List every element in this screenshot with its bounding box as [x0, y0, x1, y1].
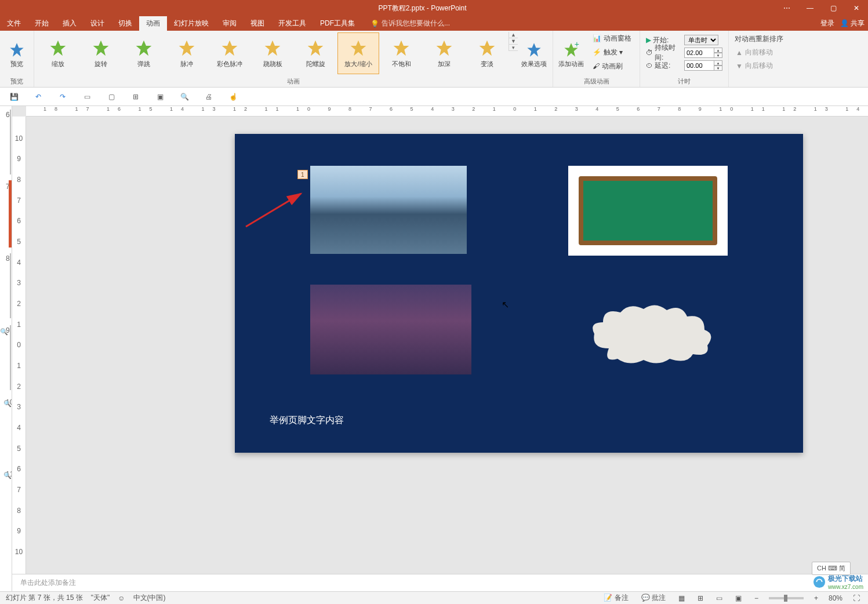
image-cityscape[interactable] — [310, 285, 471, 374]
present-icon[interactable]: ▣ — [154, 91, 166, 103]
theme-name: "天体" — [91, 593, 110, 603]
print-icon[interactable]: 🖨 — [203, 91, 215, 103]
painter-icon: 🖌 — [593, 62, 600, 70]
animation-缩放[interactable]: 缩放 — [37, 32, 79, 74]
touch-mode-icon[interactable]: ☝ — [227, 91, 239, 103]
ribbon-group-reorder: 对动画重新排序 ▲向前移动 ▼向后移动 — [729, 31, 789, 87]
tab-developer[interactable]: 开发工具 — [271, 16, 313, 31]
watermark: 极光下载站 www.xz7.com — [813, 574, 863, 590]
image-chalkboard[interactable] — [568, 166, 728, 256]
animation-陀螺旋[interactable]: 陀螺旋 — [295, 32, 336, 74]
effect-options-star-icon — [525, 41, 543, 59]
add-animation-icon: + — [562, 41, 580, 59]
animation-pane-button[interactable]: 📊动画窗格 — [590, 32, 634, 45]
layout-icon[interactable]: ⊞ — [130, 91, 141, 103]
svg-marker-6 — [265, 40, 281, 56]
reading-view-icon[interactable]: ▭ — [714, 594, 725, 602]
slideshow-view-icon[interactable]: ▣ — [733, 594, 744, 602]
svg-point-16 — [813, 576, 825, 588]
tab-review[interactable]: 审阅 — [216, 16, 244, 31]
animation-旋转[interactable]: 旋转 — [80, 32, 122, 74]
notes-toggle[interactable]: 📝 备注 — [601, 593, 630, 603]
lightbulb-icon: 💡 — [371, 20, 379, 28]
redo-icon[interactable]: ↷ — [57, 91, 68, 103]
tell-me-search[interactable]: 💡 告诉我您想要做什么... — [371, 19, 450, 28]
animation-加深[interactable]: 加深 — [423, 32, 465, 74]
zoom-icon[interactable]: 🔍 — [179, 91, 190, 103]
fit-window-icon[interactable]: ⛶ — [851, 594, 862, 602]
tab-pdf[interactable]: PDF工具集 — [313, 16, 362, 31]
duration-up[interactable]: ▲ — [714, 48, 722, 53]
ribbon-options-icon[interactable]: ⋯ — [775, 0, 798, 16]
login-link[interactable]: 登录 — [820, 19, 834, 28]
undo-icon[interactable]: ↶ — [32, 91, 44, 103]
animation-painter-button[interactable]: 🖌动画刷 — [590, 60, 634, 72]
animation-脉冲[interactable]: 脉冲 — [166, 32, 208, 74]
save-icon[interactable]: 💾 — [8, 91, 20, 103]
delay-icon: ⏲ — [646, 61, 653, 70]
gallery-up-icon[interactable]: ▲ — [509, 32, 518, 38]
zoom-out-button[interactable]: − — [752, 594, 761, 602]
animation-order-tag[interactable]: 1 — [297, 170, 308, 179]
shape-cloud[interactable] — [586, 302, 719, 366]
sorter-view-icon[interactable]: ⊞ — [695, 594, 706, 602]
animation-彩色脉冲[interactable]: 彩色脉冲 — [209, 32, 250, 74]
language-label[interactable]: 中文(中国) — [133, 593, 166, 603]
tab-transitions[interactable]: 切换 — [111, 16, 139, 31]
slide-footer-text[interactable]: 举例页脚文字内容 — [270, 414, 344, 427]
animation-gallery[interactable]: 缩放旋转弹跳脉冲彩色脉冲跷跷板陀螺旋放大/缩小不饱和加深变淡 — [37, 32, 509, 75]
tab-file[interactable]: 文件 — [0, 16, 28, 31]
minimize-button[interactable]: — — [798, 0, 822, 16]
tab-view[interactable]: 视图 — [244, 16, 271, 31]
delay-down[interactable]: ▼ — [714, 66, 722, 71]
textbox-icon[interactable]: ▢ — [106, 91, 117, 103]
tab-insert[interactable]: 插入 — [56, 16, 83, 31]
effect-options-button[interactable]: 效果选项 — [518, 32, 550, 74]
animation-跷跷板[interactable]: 跷跷板 — [252, 32, 293, 74]
zoom-in-button[interactable]: + — [812, 594, 820, 602]
trigger-button[interactable]: ⚡触发 ▾ — [590, 46, 634, 59]
main-area: 6789🔍10🔍11🔍 18 17 16 15 14 13 12 11 10 9… — [0, 106, 868, 591]
preview-button[interactable]: 预览 — [2, 32, 31, 74]
start-select[interactable]: 单击时 — [684, 35, 718, 45]
animation-放大/缩小[interactable]: 放大/缩小 — [337, 32, 379, 74]
maximize-button[interactable]: ▢ — [822, 0, 845, 16]
gallery-down-icon[interactable]: ▼ — [509, 38, 518, 45]
tab-slideshow[interactable]: 幻灯片放映 — [167, 16, 216, 31]
ribbon: 预览 预览 缩放旋转弹跳脉冲彩色脉冲跷跷板陀螺旋放大/缩小不饱和加深变淡 ▲ ▼… — [0, 31, 868, 88]
move-earlier-button[interactable]: ▲向前移动 — [735, 46, 783, 59]
duration-down[interactable]: ▼ — [714, 53, 722, 58]
notes-pane[interactable]: 单击此处添加备注 — [12, 574, 868, 591]
normal-view-icon[interactable]: ▦ — [676, 594, 687, 602]
slide-thumbnails-panel[interactable]: 6789🔍10🔍11🔍 — [0, 106, 12, 591]
close-button[interactable]: ✕ — [845, 0, 868, 16]
comments-toggle[interactable]: 💬 批注 — [639, 593, 668, 603]
slide-canvas[interactable]: 1 举例页脚文字内容 ↖ — [235, 134, 803, 453]
new-slide-icon[interactable]: ▭ — [81, 91, 93, 103]
animation-不饱和[interactable]: 不饱和 — [380, 32, 422, 74]
gallery-more-icon[interactable]: ▾ — [509, 45, 518, 51]
window-title: PPT教程2.pptx - PowerPoint — [70, 3, 775, 13]
delay-up[interactable]: ▲ — [714, 60, 722, 66]
zoom-slider[interactable] — [769, 597, 804, 599]
slide-canvas-area[interactable]: 1 举例页脚文字内容 ↖ — [26, 117, 868, 574]
duration-input[interactable] — [684, 48, 714, 58]
animation-弹跳[interactable]: 弹跳 — [123, 32, 165, 74]
add-animation-button[interactable]: + 添加动画 — [555, 32, 587, 74]
tab-animations[interactable]: 动画 — [139, 16, 167, 31]
move-later-button[interactable]: ▼向后移动 — [735, 60, 783, 72]
image-mountain[interactable] — [310, 166, 467, 254]
animation-变淡[interactable]: 变淡 — [466, 32, 508, 74]
svg-marker-2 — [93, 40, 109, 56]
share-button[interactable]: 👤 共享 — [840, 19, 865, 28]
tab-design[interactable]: 设计 — [83, 16, 111, 31]
gallery-scroll[interactable]: ▲ ▼ ▾ — [509, 32, 518, 51]
tab-home[interactable]: 开始 — [28, 16, 56, 31]
svg-marker-1 — [50, 40, 66, 56]
spellcheck-icon[interactable]: ☺ — [118, 594, 125, 602]
svg-marker-5 — [222, 40, 238, 56]
delay-input[interactable] — [684, 60, 714, 71]
svg-marker-3 — [136, 40, 152, 56]
zoom-level[interactable]: 80% — [829, 594, 842, 602]
svg-marker-12 — [527, 43, 540, 56]
